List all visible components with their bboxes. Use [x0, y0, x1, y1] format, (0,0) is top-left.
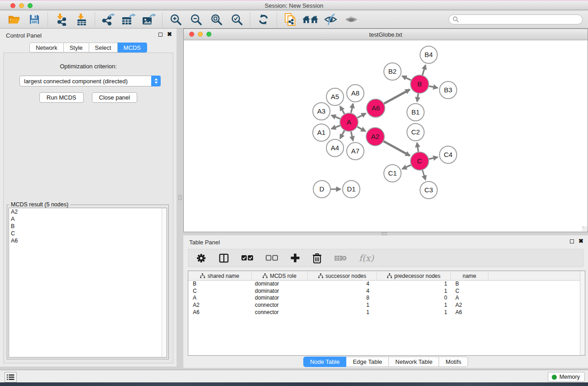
table-cell[interactable]: 4 [308, 288, 377, 295]
delete-table-button[interactable] [334, 254, 347, 262]
run-mcds-button[interactable]: Run MCDS [39, 92, 84, 103]
graph-edge-A2-C[interactable] [383, 141, 410, 156]
tab-node-table[interactable]: Node Table [303, 357, 347, 367]
table-cell[interactable]: C [451, 288, 488, 295]
create-new-column-button[interactable] [290, 253, 300, 263]
close-panel-icon[interactable]: ✖ [167, 32, 172, 37]
close-table-panel-icon[interactable]: ✖ [578, 239, 583, 243]
graph-node-A3[interactable]: A3 [313, 103, 330, 120]
graph-edge-A-A6[interactable] [358, 114, 366, 118]
graph-node-A2[interactable]: A2 [366, 128, 384, 146]
save-session-button[interactable] [26, 12, 43, 27]
criterion-dropdown[interactable]: largest connected component (directed) [19, 76, 161, 86]
graph-edge-A-A8[interactable] [351, 104, 353, 113]
graph-edge-A-A1[interactable] [331, 125, 340, 129]
new-network-from-selection-button[interactable] [282, 12, 299, 27]
show-neighbors-button[interactable] [302, 12, 319, 27]
table-cell[interactable]: 1 [308, 302, 377, 309]
graph-node-C1[interactable]: C1 [384, 165, 401, 182]
select-all-columns-button[interactable] [241, 255, 253, 261]
table-row[interactable]: Adominator80A [188, 295, 585, 302]
mcds-result-item[interactable]: A [9, 215, 167, 223]
mcds-result-list[interactable]: A2ABCA6 [9, 208, 167, 357]
float-table-panel-icon[interactable] [570, 239, 574, 243]
mcds-result-item[interactable]: C [9, 230, 167, 237]
graph-edge-A-A4[interactable] [340, 130, 344, 138]
graph-node-B3[interactable]: B3 [440, 81, 457, 99]
task-history-button[interactable] [5, 372, 17, 382]
table-cell[interactable]: connector [252, 309, 308, 316]
graph-edge-B-B2[interactable] [402, 76, 411, 80]
graph-edge-A-A2[interactable] [357, 127, 365, 131]
table-cell[interactable]: 1 [377, 281, 451, 288]
tab-style[interactable]: Style [64, 43, 89, 52]
column-header[interactable]: name [451, 271, 488, 281]
network-canvas[interactable]: B4B2BB3A8A5A6A3B1AA1C2A2A4A7C4CC1C3DD1 [184, 40, 588, 232]
table-cell[interactable]: dominator [252, 281, 308, 288]
table-row[interactable]: A6connector11A6 [188, 309, 585, 316]
zoom-selected-button[interactable] [228, 12, 245, 27]
export-image-button[interactable] [140, 12, 158, 27]
graph-node-A6[interactable]: A6 [367, 99, 385, 117]
delete-columns-button[interactable] [312, 253, 322, 263]
import-table-button[interactable] [73, 12, 90, 27]
graph-node-A4[interactable]: A4 [326, 139, 344, 157]
graph-node-C2[interactable]: C2 [407, 124, 424, 141]
export-table-button[interactable] [120, 12, 137, 27]
zoom-in-button[interactable] [167, 12, 184, 27]
table-cell[interactable]: A [188, 295, 252, 302]
export-network-button[interactable] [100, 12, 117, 27]
graph-edge-B-B3[interactable] [429, 86, 438, 88]
result-list-scrollbar[interactable] [162, 208, 167, 357]
graph-edge-C-C1[interactable] [402, 165, 411, 169]
import-network-button[interactable] [53, 12, 70, 27]
show-column-button[interactable] [219, 253, 229, 263]
graph-node-D[interactable]: D [313, 181, 330, 198]
graph-edge-A-A5[interactable] [340, 106, 344, 114]
network-window-titlebar[interactable]: testGlobe.txt [184, 29, 588, 40]
table-cell[interactable]: 1 [377, 309, 451, 316]
graph-node-C3[interactable]: C3 [420, 181, 437, 199]
graph-node-A7[interactable]: A7 [347, 143, 364, 160]
table-cell[interactable]: B [451, 281, 488, 288]
tab-mcds[interactable]: MCDS [118, 43, 147, 52]
graph-node-A8[interactable]: A8 [347, 85, 364, 102]
table-cell[interactable]: A2 [188, 302, 252, 309]
table-cell[interactable]: connector [252, 302, 308, 309]
graph-node-D1[interactable]: D1 [343, 181, 360, 198]
zoom-out-button[interactable] [187, 12, 205, 27]
unselect-all-columns-button[interactable] [266, 255, 278, 261]
graph-node-B4[interactable]: B4 [420, 46, 437, 63]
mcds-result-item[interactable]: B [9, 223, 167, 230]
show-all-button[interactable] [343, 12, 360, 27]
graph-edge-C-C2[interactable] [417, 143, 418, 152]
tab-edge-table[interactable]: Edge Table [346, 357, 389, 367]
memory-button[interactable]: Memory [548, 372, 585, 382]
graph-node-B1[interactable]: B1 [407, 104, 424, 121]
table-cell[interactable]: B [188, 281, 252, 288]
tab-network[interactable]: Network [29, 43, 64, 52]
table-cell[interactable]: A [451, 295, 488, 302]
zoom-fit-button[interactable] [208, 12, 225, 27]
function-builder-button[interactable]: f(x) [359, 253, 374, 263]
table-cell[interactable]: 1 [308, 309, 377, 316]
hide-selected-button[interactable] [322, 12, 339, 27]
graph-node-C4[interactable]: C4 [440, 146, 457, 163]
graph-edge-A-A7[interactable] [351, 132, 353, 141]
table-cell[interactable]: 0 [377, 295, 451, 302]
table-cell[interactable]: A2 [451, 302, 488, 309]
column-header[interactable]: shared name [188, 271, 252, 281]
mcds-result-item[interactable]: A6 [9, 237, 167, 244]
graph-node-A1[interactable]: A1 [313, 124, 330, 141]
graph-edge-C-C4[interactable] [429, 157, 437, 159]
open-session-button[interactable] [5, 12, 23, 27]
table-row[interactable]: Cdominator41C [188, 288, 585, 295]
graph-edge-A-A3[interactable] [331, 115, 340, 119]
table-cell[interactable]: dominator [252, 295, 308, 302]
table-mode-gear-button[interactable] [196, 253, 206, 263]
table-cell[interactable]: A6 [188, 309, 252, 316]
column-header[interactable]: predecessor nodes [377, 271, 451, 281]
mcds-result-item[interactable]: A2 [9, 208, 167, 215]
table-cell[interactable]: 1 [377, 288, 451, 295]
vertical-split-handle[interactable] [178, 195, 182, 200]
